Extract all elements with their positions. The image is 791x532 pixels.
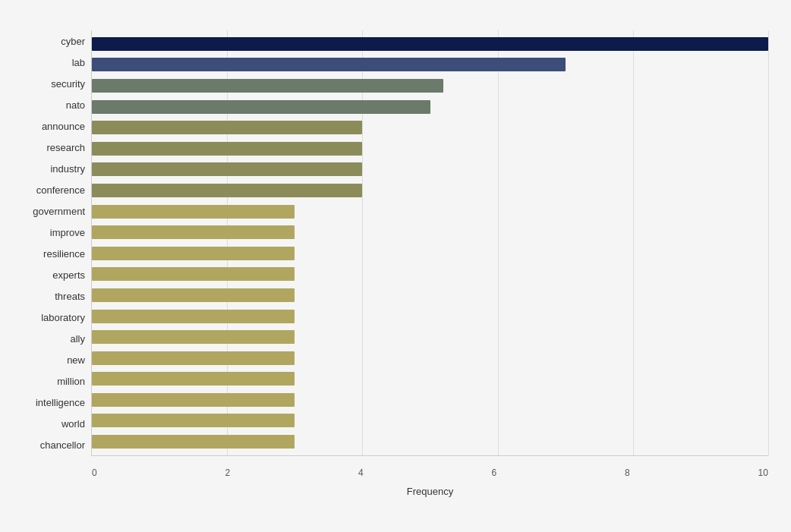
bar-row [92, 433, 768, 450]
bar [92, 435, 295, 449]
bar [92, 142, 362, 156]
y-label: resilience [43, 245, 85, 262]
bar-row [92, 245, 768, 262]
bar-row [92, 308, 768, 325]
x-tick: 4 [358, 467, 364, 478]
bar [92, 225, 295, 239]
bar-row [92, 36, 768, 52]
y-label: lab [72, 54, 85, 71]
y-label: announce [42, 118, 85, 134]
y-label: intelligence [36, 395, 85, 411]
bar [92, 372, 295, 386]
bar-row [92, 119, 768, 136]
bar [92, 37, 768, 51]
y-label: security [51, 75, 85, 92]
bar [92, 205, 295, 219]
bar-row [92, 350, 768, 367]
y-label: improve [50, 224, 85, 241]
bar [92, 162, 362, 176]
y-label: world [61, 416, 85, 433]
bar [92, 310, 295, 323]
x-tick: 8 [625, 467, 630, 478]
y-label: nato [66, 96, 85, 113]
bar [92, 267, 295, 281]
y-axis: cyberlabsecuritynatoannounceresearchindu… [8, 30, 91, 456]
bar-row [92, 56, 768, 73]
bar-row [92, 370, 768, 387]
x-tick: 10 [758, 467, 768, 478]
bar [92, 100, 430, 114]
y-label: ally [70, 331, 85, 348]
bar [92, 58, 566, 71]
bar-row [92, 77, 768, 94]
x-tick: 0 [92, 467, 97, 478]
y-label: chancellor [40, 437, 85, 454]
bar [92, 393, 295, 407]
y-label: new [67, 352, 85, 369]
bar-row [92, 329, 768, 345]
bar [92, 247, 295, 260]
bar-row [92, 161, 768, 178]
y-label: government [33, 203, 85, 219]
chart-area: cyberlabsecuritynatoannounceresearchindu… [8, 30, 768, 456]
bars-container [92, 30, 768, 455]
x-tick: 6 [492, 467, 497, 478]
bar [92, 414, 295, 427]
plot-area: 0246810Frequency [91, 30, 768, 456]
y-label: industry [50, 160, 85, 177]
y-label: threats [55, 288, 85, 305]
bar [92, 351, 295, 365]
y-label: experts [52, 267, 85, 284]
y-label: laboratory [41, 310, 85, 326]
bar [92, 184, 362, 197]
bar-row [92, 287, 768, 304]
chart-container: cyberlabsecuritynatoannounceresearchindu… [0, 0, 791, 532]
x-axis: 0246810 [92, 467, 768, 478]
bar-row [92, 203, 768, 220]
bar-row [92, 182, 768, 199]
bar-row [92, 266, 768, 282]
bar [92, 288, 295, 302]
y-label: million [57, 373, 85, 390]
x-tick: 2 [225, 467, 231, 478]
x-axis-label: Frequency [92, 486, 768, 497]
bar-row [92, 140, 768, 157]
grid-line [768, 30, 769, 455]
y-label: research [46, 139, 85, 156]
y-label: conference [36, 181, 85, 198]
y-label: cyber [61, 33, 85, 49]
bar-row [92, 224, 768, 241]
bar-row [92, 392, 768, 408]
bar [92, 79, 443, 93]
bar-row [92, 412, 768, 429]
bar-row [92, 99, 768, 115]
bar [92, 330, 295, 344]
bar [92, 121, 362, 134]
